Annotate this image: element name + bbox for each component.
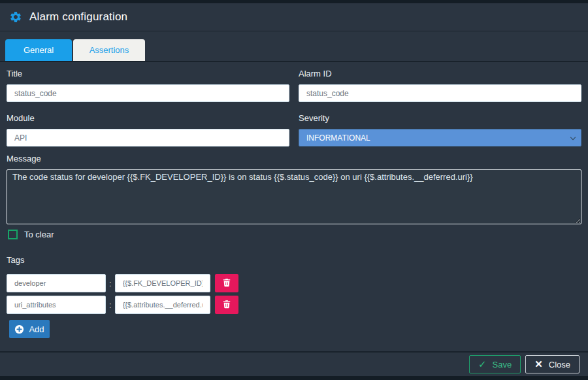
window-bottom-edge — [0, 376, 588, 380]
message-textarea[interactable]: The code status for developer {{$.FK_DEV… — [7, 169, 581, 224]
tag-key-input[interactable] — [7, 274, 106, 292]
message-label: Message — [7, 154, 581, 164]
tab-general[interactable]: General — [5, 39, 72, 61]
form-content: Title Alarm ID Module Severity INFORMATI… — [0, 62, 588, 338]
to-clear-row: To clear — [7, 230, 581, 239]
gear-icon — [9, 10, 22, 24]
alarm-id-label: Alarm ID — [299, 69, 581, 78]
dialog-footer: ✓ Save ✕ Close — [0, 351, 588, 376]
tag-value-input[interactable] — [115, 296, 210, 314]
severity-label: Severity — [299, 113, 581, 123]
close-button-label: Close — [549, 360, 570, 370]
title-input[interactable] — [7, 84, 289, 102]
save-button-label: Save — [493, 360, 512, 370]
severity-select[interactable]: INFORMATIONAL — [299, 129, 581, 147]
delete-tag-button[interactable] — [215, 274, 238, 292]
tag-key-input[interactable] — [7, 296, 106, 314]
alarm-id-input[interactable] — [299, 84, 581, 102]
tab-assertions[interactable]: Assertions — [73, 39, 145, 61]
module-input[interactable] — [7, 129, 289, 147]
tags-label: Tags — [7, 255, 581, 265]
trash-icon — [222, 300, 231, 311]
check-icon: ✓ — [478, 358, 487, 370]
close-button[interactable]: ✕ Close — [525, 355, 580, 373]
tag-row: : — [7, 274, 581, 292]
to-clear-label: To clear — [24, 230, 54, 239]
plus-circle-icon — [14, 324, 24, 334]
delete-tag-button[interactable] — [215, 296, 238, 314]
add-tag-button[interactable]: Add — [9, 320, 50, 338]
alarm-configuration-dialog: Alarm configuration General Assertions T… — [0, 0, 588, 380]
chevron-down-icon — [570, 135, 576, 140]
title-label: Title — [7, 69, 289, 78]
to-clear-checkbox[interactable] — [8, 230, 18, 239]
tab-bar: General Assertions — [0, 31, 588, 62]
tag-separator: : — [109, 279, 112, 288]
tag-value-input[interactable] — [115, 274, 210, 292]
severity-selected-value: INFORMATIONAL — [306, 133, 370, 143]
dialog-title: Alarm configuration — [29, 10, 127, 24]
dialog-header: Alarm configuration — [0, 3, 588, 31]
tag-row: : — [7, 296, 581, 314]
trash-icon — [222, 278, 231, 289]
save-button[interactable]: ✓ Save — [469, 355, 521, 373]
module-label: Module — [7, 113, 289, 123]
close-x-icon: ✕ — [534, 358, 543, 370]
add-button-label: Add — [29, 324, 44, 334]
tag-separator: : — [109, 300, 112, 310]
